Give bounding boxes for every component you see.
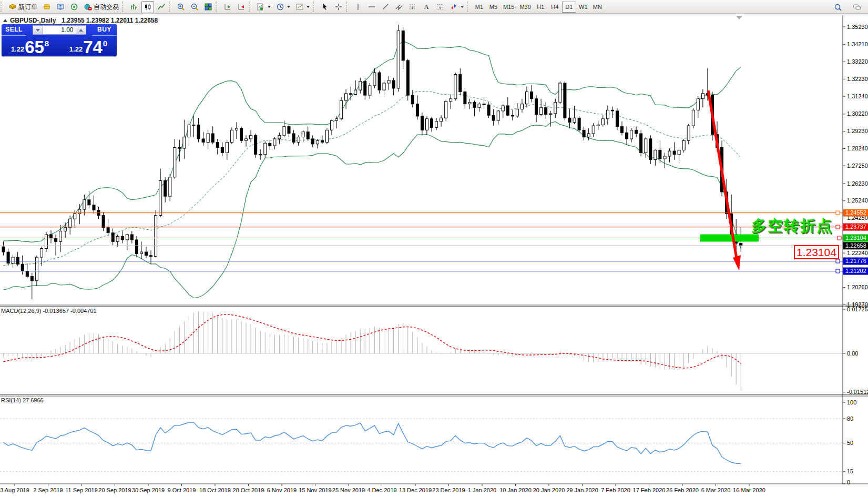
toolbar-grip: [467, 2, 472, 12]
indicators-icon: [257, 3, 265, 11]
chart-canvas[interactable]: 1.352301.342101.332201.322301.312401.302…: [0, 15, 868, 497]
triangle-down-icon: [36, 29, 40, 32]
tab-timeframe-H4[interactable]: H4: [548, 2, 562, 13]
history-icon-button[interactable]: [40, 1, 53, 13]
toolbar-grip: [1, 2, 5, 12]
zoom-out-button[interactable]: [188, 1, 201, 13]
svg-text:29 Jan 2020: 29 Jan 2020: [566, 487, 598, 493]
hline-button[interactable]: [365, 1, 378, 13]
fibo-button[interactable]: F: [406, 1, 419, 13]
label-button[interactable]: T: [434, 1, 446, 13]
tab-timeframe-H1[interactable]: H1: [534, 2, 548, 13]
svg-text:1.31240: 1.31240: [847, 93, 868, 99]
line-chart-button[interactable]: [155, 1, 168, 13]
zoom-in-button[interactable]: [175, 1, 187, 13]
dropdown-caret-icon: [461, 6, 464, 8]
person-icon: [56, 3, 65, 11]
svg-text:16 Mar 2020: 16 Mar 2020: [733, 487, 765, 493]
vline-button[interactable]: [352, 1, 364, 13]
text-button[interactable]: A: [420, 1, 433, 13]
candles-button[interactable]: [141, 1, 154, 13]
svg-text:9 Oct 2019: 9 Oct 2019: [168, 487, 196, 493]
template-icon: [295, 3, 304, 11]
neworder-icon: [8, 3, 17, 11]
svg-text:1.28240: 1.28240: [847, 145, 868, 151]
dropdown-caret-icon: [287, 6, 290, 8]
toolbar-grip: [216, 2, 220, 12]
new-order-button-label: 新订单: [18, 3, 37, 12]
svg-text:-0.015128: -0.015128: [847, 389, 868, 395]
buy-price-sup: 0: [103, 39, 107, 48]
tab-timeframe-MN[interactable]: MN: [590, 2, 605, 13]
fibo-icon: F: [409, 3, 417, 11]
macd-label: MACD(12,26,9) -0.013657 -0.004701: [1, 308, 97, 314]
periods-button[interactable]: [274, 1, 292, 13]
shiftend-icon: [223, 3, 232, 11]
svg-text:0.00: 0.00: [847, 350, 858, 357]
collapse-panel-icon[interactable]: [3, 19, 7, 22]
tab-timeframe-M30[interactable]: M30: [517, 2, 533, 13]
rsi-label: RSI(14) 27.6966: [1, 397, 44, 403]
linechart-icon: [157, 3, 166, 11]
tab-timeframe-M5[interactable]: M5: [486, 2, 501, 13]
tile-windows-button[interactable]: [202, 1, 215, 13]
tab-timeframe-D1[interactable]: D1: [562, 2, 576, 13]
bars-icon: [130, 3, 138, 11]
tile-icon: [204, 3, 212, 11]
arrows-button[interactable]: [447, 1, 466, 13]
svg-text:1.21202: 1.21202: [845, 268, 866, 274]
volume-decrease-button[interactable]: [33, 25, 43, 35]
trendline-button[interactable]: [379, 1, 392, 13]
search-button[interactable]: [832, 1, 844, 13]
svg-text:20 Jan 2020: 20 Jan 2020: [533, 487, 565, 493]
tester-icon-button[interactable]: [54, 1, 67, 13]
svg-text:13 Dec 2019: 13 Dec 2019: [399, 487, 432, 493]
tab-timeframe-W1[interactable]: W1: [576, 2, 590, 13]
sell-price[interactable]: 1.22 65 8: [2, 36, 58, 56]
shift-end-button[interactable]: [221, 1, 234, 13]
mt4-window: 新订单自动交易EFATM1M5M15M30H1H4D1W1MN 1.352301…: [0, 0, 868, 497]
sell-button[interactable]: SELL: [2, 24, 26, 36]
svg-text:2 Sep 2019: 2 Sep 2019: [33, 487, 63, 493]
toolbar-grip: [346, 2, 351, 12]
svg-text:A: A: [424, 3, 429, 11]
toolbar-right-icons: [831, 1, 864, 13]
svg-text:1.20260: 1.20260: [847, 284, 868, 290]
signals-icon-button[interactable]: [68, 1, 80, 13]
buy-button[interactable]: BUY: [92, 24, 117, 36]
crosshair-button[interactable]: [332, 1, 345, 13]
templates-button[interactable]: [293, 1, 312, 13]
trend-icon: [381, 3, 390, 11]
volume-input[interactable]: [43, 25, 76, 35]
price-callout-label[interactable]: 1.23104: [794, 245, 839, 259]
buy-price[interactable]: 1.22 74 0: [60, 36, 117, 56]
volume-increase-button[interactable]: [76, 25, 86, 35]
cursor-button[interactable]: [319, 1, 331, 13]
svg-text:1.32230: 1.32230: [847, 76, 868, 82]
auto-trading-button[interactable]: 自动交易: [81, 1, 121, 13]
vline-icon: [354, 3, 362, 11]
bar-chart-button[interactable]: [128, 1, 140, 13]
turning-point-annotation[interactable]: 多空转折点: [751, 216, 833, 237]
svg-text:1.34210: 1.34210: [847, 41, 868, 47]
tab-timeframe-M1[interactable]: M1: [472, 2, 486, 13]
buy-price-prefix: 1.22: [69, 45, 83, 53]
one-click-trading-panel: SELL BUY 1.22 65 8 1.22 74 0: [2, 24, 117, 56]
zoomout-icon: [190, 3, 199, 11]
svg-text:1.35230: 1.35230: [847, 24, 868, 30]
channel-button[interactable]: E: [393, 1, 405, 13]
svg-text:0.017252: 0.017252: [847, 306, 868, 312]
svg-text:4 Dec 2019: 4 Dec 2019: [367, 487, 396, 493]
svg-text:0: 0: [847, 479, 850, 485]
svg-text:25 Nov 2019: 25 Nov 2019: [332, 487, 365, 493]
autoscroll-button[interactable]: [235, 1, 248, 13]
new-order-button[interactable]: 新订单: [6, 1, 39, 13]
channel-icon: E: [395, 3, 403, 11]
tab-timeframe-M15[interactable]: M15: [501, 2, 517, 13]
text-icon: A: [422, 3, 431, 11]
svg-text:18 Oct 2019: 18 Oct 2019: [199, 487, 231, 493]
toolbar-grip: [313, 2, 318, 12]
indicators-button[interactable]: [254, 1, 273, 13]
svg-text:1.30220: 1.30220: [847, 110, 868, 117]
chat-button[interactable]: [851, 1, 863, 13]
